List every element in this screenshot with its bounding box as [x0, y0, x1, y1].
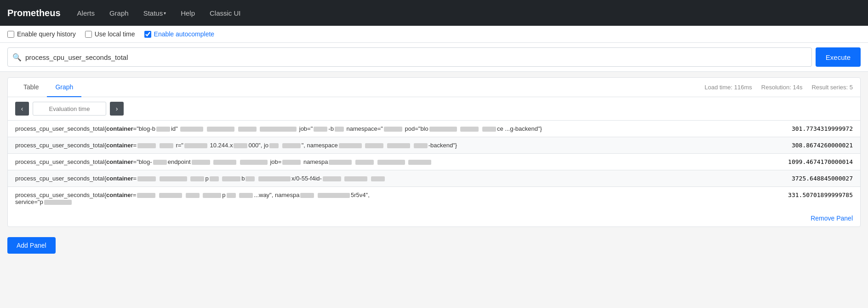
- enable-autocomplete-label[interactable]: Enable autocomplete: [144, 30, 215, 38]
- add-panel-section: Add Panel: [0, 232, 868, 258]
- remove-panel-row: Remove Panel: [8, 210, 860, 227]
- metric-cell: process_cpu_user_seconds_total{container…: [8, 154, 751, 170]
- enable-query-history-checkbox[interactable]: [7, 31, 14, 38]
- use-local-time-checkbox[interactable]: [85, 31, 92, 38]
- table-row: process_cpu_user_seconds_total{container…: [8, 154, 860, 170]
- nav-status[interactable]: Status ▾: [138, 6, 172, 21]
- search-bar: 🔍 Execute: [0, 43, 868, 72]
- use-local-time-label[interactable]: Use local time: [85, 30, 135, 38]
- resolution: Resolution: 14s: [761, 84, 803, 91]
- eval-prev-button[interactable]: ‹: [15, 102, 29, 116]
- search-icon: 🔍: [12, 53, 22, 62]
- add-panel-button[interactable]: Add Panel: [7, 237, 56, 254]
- tabs-header: Table Graph Load time: 116ms Resolution:…: [8, 78, 860, 97]
- search-input[interactable]: [25, 53, 807, 61]
- results-table: process_cpu_user_seconds_total{container…: [8, 120, 860, 210]
- table-row: process_cpu_user_seconds_total{container…: [8, 121, 860, 137]
- table-row: process_cpu_user_seconds_total{container…: [8, 137, 860, 154]
- brand-logo[interactable]: Prometheus: [7, 8, 61, 18]
- eval-time-input[interactable]: [33, 102, 106, 116]
- toolbar: Enable query history Use local time Enab…: [0, 26, 868, 43]
- result-series: Result series: 5: [811, 84, 853, 91]
- metric-value: 1099.4674170000014: [751, 154, 860, 170]
- load-time: Load time: 116ms: [704, 84, 752, 91]
- search-input-wrap: 🔍: [7, 47, 812, 67]
- metric-value: 331.50701899999785: [751, 187, 860, 210]
- table-row: process_cpu_user_seconds_total{container…: [8, 187, 860, 210]
- main-panel: Table Graph Load time: 116ms Resolution:…: [7, 77, 861, 227]
- nav-graph[interactable]: Graph: [104, 6, 134, 21]
- metric-value: 3725.648845000027: [751, 170, 860, 187]
- nav-help[interactable]: Help: [175, 6, 200, 21]
- navbar: Prometheus Alerts Graph Status ▾ Help Cl…: [0, 0, 868, 26]
- metric-cell: process_cpu_user_seconds_total{container…: [8, 121, 751, 137]
- tabs-left: Table Graph: [15, 78, 81, 97]
- execute-button[interactable]: Execute: [816, 47, 861, 67]
- eval-next-button[interactable]: ›: [110, 102, 124, 116]
- chevron-down-icon: ▾: [164, 11, 166, 16]
- metric-cell: process_cpu_user_seconds_total{container…: [8, 170, 751, 187]
- meta-info: Load time: 116ms Resolution: 14s Result …: [704, 84, 853, 91]
- metric-cell: process_cpu_user_seconds_total{container…: [8, 137, 751, 154]
- remove-panel-link[interactable]: Remove Panel: [811, 215, 853, 222]
- enable-query-history-label[interactable]: Enable query history: [7, 30, 76, 38]
- metric-cell: process_cpu_user_seconds_total{container…: [8, 187, 751, 210]
- tab-table[interactable]: Table: [15, 78, 47, 97]
- metric-value: 301.7734319999972: [751, 121, 860, 137]
- nav-alerts[interactable]: Alerts: [72, 6, 100, 21]
- nav-classic-ui[interactable]: Classic UI: [204, 6, 246, 21]
- table-row: process_cpu_user_seconds_total{container…: [8, 170, 860, 187]
- eval-time-row: ‹ ›: [8, 97, 860, 120]
- enable-autocomplete-checkbox[interactable]: [144, 31, 151, 38]
- tab-graph[interactable]: Graph: [47, 78, 81, 97]
- metric-value: 308.8674260000021: [751, 137, 860, 154]
